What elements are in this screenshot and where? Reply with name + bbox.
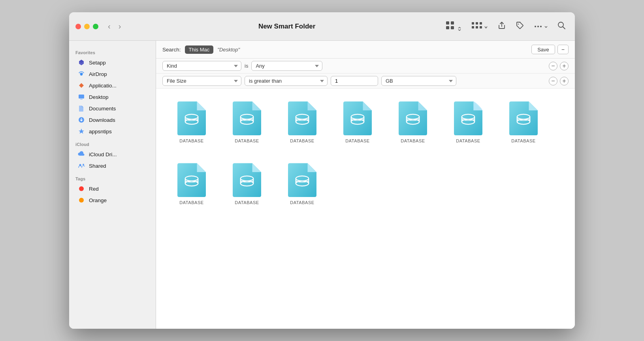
file-label: DATABASE [401,138,425,143]
file-label: DATABASE [290,138,314,143]
database-file-icon [284,161,320,197]
file-item[interactable]: DATABASE [279,97,326,146]
file-grid: DATABASE D [156,89,575,329]
back-button[interactable]: ‹ [105,20,114,32]
svg-point-23 [79,198,84,203]
file-item[interactable]: DATABASE [334,97,381,146]
sidebar-item-desktop[interactable]: Desktop [72,91,153,102]
filter1-is-label: is [245,63,248,69]
filter1-minus-button[interactable]: − [549,62,557,70]
search-button[interactable] [554,19,569,34]
sidebar-item-documents-label: Documents [89,106,116,112]
sidebar-item-red[interactable]: Red [72,183,153,194]
traffic-lights [75,24,98,29]
filter2-plus-button[interactable]: + [560,77,569,85]
search-bar: Search: This Mac "Desktop" Save − [156,41,575,59]
filter2-op-select[interactable]: is is greater than is less than is betwe… [245,76,328,86]
sidebar-item-airdrop[interactable]: AirDrop [72,68,153,80]
search-minus-button[interactable]: − [557,45,569,54]
file-item[interactable]: DATABASE [223,158,271,208]
sidebar-item-appsntips[interactable]: appsntips [72,126,153,137]
more-button[interactable] [531,20,550,32]
filter2-unit-select[interactable]: KB MB GB TB [381,76,456,86]
sidebar-item-shared[interactable]: Shared [72,160,153,171]
orange-tag-icon [78,197,85,204]
chevron-down2-icon [544,25,548,28]
file-item[interactable]: DATABASE [500,97,547,146]
file-item[interactable]: DATABASE [279,158,326,208]
finder-window: ‹ › New Smart Folder [69,12,575,329]
svg-rect-2 [446,26,449,29]
sidebar-item-icloud-drive-label: iCloud Dri... [89,152,117,157]
svg-rect-9 [480,26,482,28]
filter2-number-input[interactable]: 1 [331,76,378,86]
svg-rect-1 [451,21,454,25]
icloud-section-label: iCloud [69,137,156,148]
minimize-button[interactable] [84,24,90,29]
svg-rect-17 [79,95,84,99]
nav-buttons: ‹ › [105,20,124,32]
shared-icon [78,162,85,169]
database-file-icon [506,100,541,135]
share-button[interactable] [495,19,509,34]
forward-button[interactable]: › [115,20,124,32]
sidebar-item-applications[interactable]: Applicatio... [72,80,153,91]
filter1-plus-button[interactable]: + [560,62,569,70]
filter2-buttons: − + [549,77,569,85]
filter1-value-select[interactable]: Any Application Document Folder Image Mo… [251,61,322,71]
file-item[interactable]: DATABASE [389,97,437,146]
share-icon [497,21,506,30]
tags-section-label: Tags [69,172,156,183]
fullscreen-button[interactable] [93,24,98,29]
database-file-icon [174,161,209,197]
file-label: DATABASE [345,138,369,143]
file-label: DATABASE [290,200,314,205]
sidebar-item-orange[interactable]: Orange [72,195,153,206]
filter2-field-select[interactable]: Kind File Size Date Created Date Modifie… [162,76,241,86]
magnifier-icon [557,21,566,30]
search-desktop-button[interactable]: "Desktop" [217,47,240,53]
sidebar-item-desktop-label: Desktop [89,94,109,100]
appsntips-icon [78,128,85,135]
svg-point-21 [83,164,84,165]
filter1-field-select[interactable]: Kind File Size Date Created Date Modifie… [162,61,241,71]
database-file-icon [340,100,375,135]
file-label: DATABASE [179,138,203,143]
downloads-icon [78,116,85,123]
file-item[interactable]: DATABASE [168,158,215,208]
sidebar-item-documents[interactable]: Documents [72,103,153,114]
database-file-icon [395,100,431,135]
close-button[interactable] [75,24,81,29]
view-icon-grid-button[interactable] [442,18,464,35]
filter2-minus-button[interactable]: − [549,77,557,85]
svg-rect-3 [451,26,454,29]
sidebar-item-downloads[interactable]: Downloads [72,114,153,125]
sidebar-item-icloud-drive[interactable]: iCloud Dri... [72,149,153,160]
search-label: Search: [162,47,181,53]
view-icon-list-button[interactable] [468,19,491,33]
sidebar-item-orange-label: Orange [89,197,107,203]
content-area: Search: This Mac "Desktop" Save − Kind F… [156,41,575,329]
tag-icon [516,21,524,30]
favorites-section-label: Favorites [69,45,156,57]
file-item[interactable]: DATABASE [444,97,492,146]
search-this-mac-button[interactable]: This Mac [185,45,214,54]
file-label: DATABASE [511,138,535,143]
save-button[interactable]: Save [531,45,555,54]
tag-button[interactable] [513,19,527,34]
svg-rect-6 [480,22,482,25]
titlebar: ‹ › New Smart Folder [69,12,575,41]
svg-rect-0 [446,21,449,25]
airdrop-icon [78,70,85,78]
svg-point-12 [537,26,539,27]
sidebar-item-setapp[interactable]: Setapp [72,57,153,68]
documents-icon [78,105,85,112]
icloud-drive-icon [78,151,85,158]
file-item[interactable]: DATABASE [168,97,215,146]
red-tag-icon [78,185,85,192]
sidebar-item-red-label: Red [89,186,99,192]
desktop-icon [78,93,85,100]
file-item[interactable]: DATABASE [223,97,271,146]
svg-point-10 [518,24,519,25]
sidebar: Favorites Setapp [69,41,156,329]
